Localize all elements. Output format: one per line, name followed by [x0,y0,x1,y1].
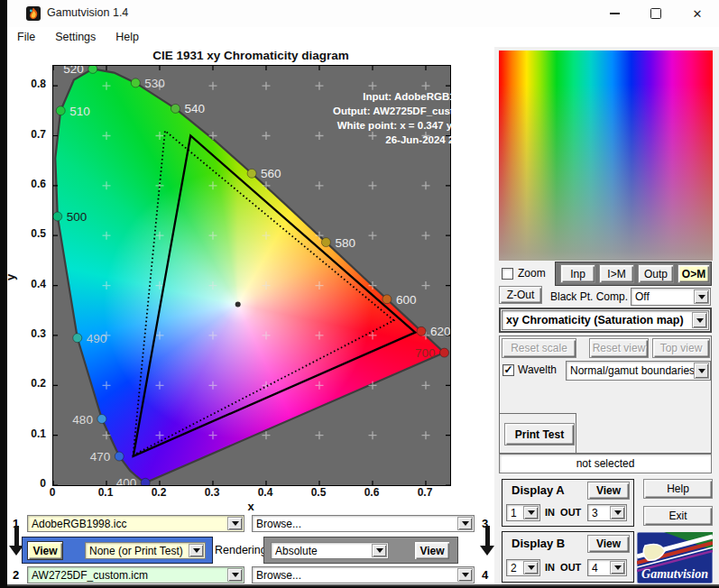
view-rendering-button[interactable]: View [414,541,450,560]
svg-text:560: 560 [261,167,281,180]
menu-bar: File Settings Help [7,27,719,47]
rendering-label: Rendering [215,544,267,556]
display-b-view-button[interactable]: View [587,535,630,553]
x-tick-label: 0.2 [145,486,172,499]
display-b-in-combo[interactable]: 2 [506,559,540,576]
svg-text:600: 600 [396,293,417,307]
black-pt-comp-label: Black Pt. Comp. [550,290,628,303]
svg-text:490: 490 [87,332,107,345]
y-tick-label: 0.2 [15,377,46,390]
minimize-icon [610,13,620,14]
svg-text:540: 540 [185,102,206,115]
help-button[interactable]: Help [643,479,713,499]
chart-panel: CIE 1931 xy Chromaticity diagram 4004704… [7,47,494,584]
display-a-out-combo[interactable]: 3 [587,504,627,521]
svg-text:700: 700 [415,346,436,360]
svg-text:520: 520 [63,66,84,76]
dropdown-arrow-icon[interactable] [692,312,707,328]
inp-button[interactable]: Inp [560,264,595,283]
dropdown-arrow-icon[interactable] [694,289,709,304]
svg-text:480: 480 [72,413,93,427]
dropdown-arrow-icon[interactable] [523,506,539,519]
wavelth-label: Wavelth [518,363,557,376]
annotation-output: Output: AW2725DF_custom.icm [214,104,490,118]
combo-value: None (or Print Test) [89,545,183,557]
output-profile-combo[interactable]: AW2725DF_custom.icm [27,566,244,583]
menu-settings[interactable]: Settings [45,31,106,43]
boundaries-combo[interactable]: Normal/gamut boundaries [566,361,711,381]
exit-button[interactable]: Exit [643,506,713,526]
y-tick-label: 0.8 [15,78,46,90]
down-arrow-icon [480,526,494,556]
display-b-out-combo[interactable]: 4 [587,559,627,576]
combo-value: xy Chromaticity (Saturation map) [506,314,684,326]
dropdown-arrow-icon[interactable] [457,517,473,530]
display-a-in-combo[interactable]: 1 [506,504,540,521]
slot2-number: 2 [13,568,19,582]
i-to-m-button[interactable]: I>M [599,264,634,283]
top-view-button[interactable]: Top view [652,338,710,358]
dropdown-arrow-icon[interactable] [189,544,204,557]
title-bar[interactable]: Gamutvision 1.4 ✕ [7,0,719,27]
view-map-button[interactable]: View [27,541,63,560]
svg-text:530: 530 [144,77,165,90]
x-axis-ticks: 00.10.20.30.40.50.60.7 [52,486,449,501]
svg-text:400: 400 [116,476,137,485]
combo-value: AW2725DF_custom.icm [32,569,148,582]
svg-text:510: 510 [69,105,90,118]
chart-title: CIE 1931 xy Chromaticity diagram [52,49,449,62]
maximize-button[interactable] [635,0,677,27]
y-tick-label: 0.5 [15,227,46,240]
view-mode-combo[interactable]: xy Chromaticity (Saturation map) [502,310,709,330]
wavelth-checkbox[interactable]: ✓ [502,364,514,376]
browse-output-combo[interactable]: Browse... [252,566,475,583]
dropdown-arrow-icon[interactable] [227,517,243,530]
black-pt-comp-combo[interactable]: Off [631,288,711,306]
svg-text:580: 580 [335,236,355,250]
annotation-input: Input: AdobeRGB1998.icc [214,89,490,104]
svg-text:500: 500 [67,210,88,224]
reset-view-button[interactable]: Reset view [589,338,649,358]
annotation-timestamp: 26-Jun-2024 23:01:13 [214,133,490,147]
svg-text:470: 470 [90,450,111,464]
y-tick-label: 0.4 [15,278,46,290]
minimize-button[interactable] [594,0,635,27]
app-icon [26,6,41,21]
display-a-view-button[interactable]: View [587,482,630,500]
display-a-title: Display A [512,483,565,497]
combo-value: AdobeRGB1998.icc [32,518,126,530]
combo-value: Normal/gamut boundaries [570,364,695,377]
y-axis-ticks: 00.10.20.30.40.50.60.70.8 [18,65,49,484]
dropdown-arrow-icon[interactable] [523,561,539,574]
combo-value: 4 [592,562,598,574]
dropdown-arrow-icon[interactable] [372,544,387,557]
menu-help[interactable]: Help [106,31,149,43]
dropdown-arrow-icon[interactable] [694,363,709,379]
combo-value: Off [635,290,650,303]
z-out-button[interactable]: Z-Out [499,286,542,304]
status-bar: not selected [499,454,712,473]
map-mode-combo[interactable]: None (or Print Test) [85,542,206,559]
x-tick-label: 0.7 [411,486,438,499]
combo-value: Absolute [275,545,318,557]
dropdown-arrow-icon[interactable] [610,506,625,519]
dropdown-arrow-icon[interactable] [457,568,473,582]
saturation-map-image [499,51,713,261]
outp-button[interactable]: Outp [638,264,674,283]
close-icon: ✕ [693,8,703,20]
dropdown-arrow-icon[interactable] [227,568,243,582]
print-test-button[interactable]: Print Test [504,423,575,446]
reset-scale-button[interactable]: Reset scale [502,338,576,358]
chromaticity-plot[interactable]: 4004704804905005105205305405605806006207… [52,65,451,486]
dropdown-arrow-icon[interactable] [610,561,625,574]
browse-input-combo[interactable]: Browse... [252,515,475,532]
y-tick-label: 0.7 [15,128,46,141]
close-button[interactable]: ✕ [677,0,718,27]
input-profile-combo[interactable]: AdobeRGB1998.icc [27,515,244,532]
zoom-checkbox[interactable] [502,268,513,280]
rendering-intent-combo[interactable]: Absolute [271,542,389,559]
x-tick-label: 0.1 [92,486,119,499]
o-to-m-button[interactable]: O>M [678,264,710,283]
menu-file[interactable]: File [7,31,45,43]
y-tick-label: 0.6 [15,178,46,190]
